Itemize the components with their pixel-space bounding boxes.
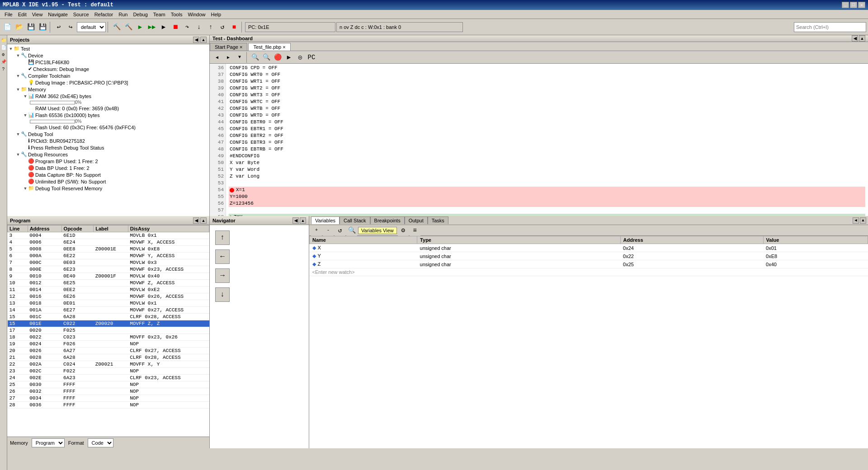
var-filter-button[interactable]: 🔍 <box>346 225 357 236</box>
projects-panel-pin[interactable]: ◀ <box>193 37 199 43</box>
table-row[interactable]: 300046E1DMOVLB 0x1 <box>8 232 209 239</box>
src-zoom-out[interactable]: 🔍 <box>261 52 272 63</box>
tree-item[interactable]: Flash Used: 60 (0x3C) Free: 65476 (0xFFC… <box>8 124 208 131</box>
undo-button[interactable]: ↩ <box>53 22 64 33</box>
reset-button[interactable]: ↺ <box>217 22 228 33</box>
tree-arrow[interactable]: ▼ <box>15 152 21 157</box>
tree-item[interactable]: ▼📁Debug Tool Reserved Memory <box>8 185 208 192</box>
redo-button[interactable]: ↪ <box>65 22 76 33</box>
tree-item[interactable]: 🔴Unlimited BP (S/W): No Support <box>8 178 208 185</box>
table-row[interactable]: 280036FFFFNOP <box>8 402 209 409</box>
tab-call-stack[interactable]: Call Stack <box>340 216 370 224</box>
stop-button[interactable]: ■ <box>229 22 240 33</box>
program-max[interactable]: ▲ <box>200 217 207 224</box>
sidebar-projects-icon[interactable]: 📁 <box>0 37 7 43</box>
step-over-button[interactable]: ↷ <box>182 22 193 33</box>
src-forward-button[interactable]: ▶ <box>223 52 234 63</box>
code-line[interactable]: CONFIG EBTRB = OFF <box>229 146 865 153</box>
tree-item[interactable]: ▼📁Memory <box>8 86 208 93</box>
tree-arrow[interactable]: ▼ <box>23 186 28 191</box>
table-row[interactable]: 2100286A28CLRF 0x28, ACCESS <box>8 354 209 361</box>
table-row[interactable]: 1000126E25MOVWF Z, ACCESS <box>8 280 209 287</box>
code-line[interactable]: Z=123456 <box>229 200 865 207</box>
menu-view[interactable]: View <box>29 11 46 18</box>
tree-arrow[interactable]: ▼ <box>15 74 21 78</box>
menu-help[interactable]: Help <box>208 11 224 18</box>
src-toggle-bp[interactable]: 🔴 <box>272 52 283 63</box>
tab-start-page[interactable]: Start Page × <box>210 43 247 51</box>
projects-panel-max[interactable]: ▲ <box>200 37 207 43</box>
code-line[interactable]: CONFIG EBTR3 = OFF <box>229 139 865 146</box>
src-back-button[interactable]: ◀ <box>212 52 222 63</box>
table-row[interactable]: 7000C0E03MOVLW 0x3 <box>8 259 209 266</box>
tree-item[interactable]: RAM Used: 0 (0x0) Free: 3659 (0x4B) <box>8 105 208 112</box>
table-row[interactable]: 500080EE8Z00001EMOVLW 0xE8 <box>8 246 209 253</box>
table-row[interactable]: 2000266A27CLRF 0x27, ACCESS <box>8 348 209 354</box>
nav-up-button[interactable]: ↑ <box>215 230 230 245</box>
menu-file[interactable]: File <box>2 11 15 18</box>
table-row[interactable]: 1100140EE2MOVLW 0xE2 <box>8 287 209 293</box>
code-line[interactable]: CONFIG CPD = OFF <box>229 65 865 71</box>
table-row[interactable]: 22002AC024Z00021MOVFF X, Y <box>8 361 209 368</box>
src-history-button[interactable]: ▼ <box>234 52 245 63</box>
menu-navigate[interactable]: Navigate <box>45 11 70 18</box>
src-run-to-cursor[interactable]: ▶ <box>283 52 294 63</box>
nav-left-button[interactable]: ← <box>215 249 230 264</box>
var-remove-button[interactable]: - <box>323 225 334 236</box>
build-button[interactable]: 🔨 <box>111 22 122 33</box>
sidebar-files-icon[interactable]: 📄 <box>0 44 7 51</box>
var-extra-button[interactable]: ≡ <box>410 225 420 236</box>
step-out-button[interactable]: ↑ <box>205 22 216 33</box>
menu-debug[interactable]: Debug <box>130 11 150 18</box>
format-dropdown[interactable]: Code <box>88 438 113 447</box>
code-line[interactable]: CONFIG EBTR0 = OFF <box>229 119 865 126</box>
table-row[interactable]: 14001A6E27MOVWF 0x27, ACCESS <box>8 307 209 314</box>
variables-max[interactable]: ▲ <box>860 217 866 224</box>
tab-tasks[interactable]: Tasks <box>428 216 448 224</box>
sidebar-help-icon[interactable]: ? <box>0 66 7 72</box>
code-line[interactable]: CONFIG WRTD = OFF <box>229 112 865 119</box>
code-line[interactable]: Y var Word <box>229 166 865 173</box>
continue-button[interactable]: ▶ <box>158 22 169 33</box>
open-project-button[interactable]: 📂 <box>14 22 24 33</box>
variable-row[interactable]: ◆Zunsigned char0x250x40 <box>310 260 868 268</box>
new-watch-row[interactable]: <Enter new watch> <box>310 268 868 276</box>
tree-item[interactable]: ▼📁Test <box>8 45 208 52</box>
memory-dropdown[interactable]: Program <box>32 438 65 447</box>
debug-button[interactable]: ▶▶ <box>146 22 157 33</box>
variable-row[interactable]: ◆Xunsigned char0x240x01 <box>310 244 868 252</box>
dashboard-pin[interactable]: ◀ <box>852 35 858 42</box>
tab-breakpoints[interactable]: Breakpoints <box>370 216 405 224</box>
menu-refactor[interactable]: Refactor <box>92 11 116 18</box>
navigator-max[interactable]: ▲ <box>300 217 306 224</box>
src-focus[interactable]: ◎ <box>295 52 306 63</box>
tree-item[interactable]: ▼📊RAM 3662 (0xE4E) bytes <box>8 93 208 99</box>
code-line[interactable]: CONFIG WRT3 = OFF <box>229 92 865 99</box>
tree-arrow[interactable]: ▼ <box>23 94 28 99</box>
tree-item[interactable]: ✔Checksum: Debug Image <box>8 66 208 72</box>
code-line[interactable]: #ENDCONFIG <box>229 153 865 160</box>
code-line[interactable]: CONFIG WRT2 = OFF <box>229 85 865 92</box>
src-zoom-in[interactable]: 🔍 <box>250 52 260 63</box>
table-row[interactable]: 170020F025 <box>8 327 209 334</box>
table-row[interactable]: 15001EC022Z00020MOVFF Z, Z <box>8 320 209 327</box>
nav-down-button[interactable]: ↓ <box>215 287 230 302</box>
src-pc[interactable]: PC <box>306 52 317 63</box>
tree-item[interactable]: 0% <box>8 99 208 105</box>
tree-item[interactable]: ▼🔧Compiler Toolchain <box>8 72 208 79</box>
tree-item[interactable]: 🔴Data BP Used: 1 Free: 2 <box>8 164 208 171</box>
table-row[interactable]: 400066E24MOVWF X, ACCESS <box>8 239 209 246</box>
new-project-button[interactable]: 📄 <box>2 22 13 33</box>
code-line[interactable]: CONFIG WRTB = OFF <box>229 105 865 112</box>
tree-item[interactable]: 0% <box>8 118 208 124</box>
step-into-button[interactable]: ↓ <box>193 22 204 33</box>
window-controls[interactable]: _ □ ✕ <box>842 2 865 8</box>
code-line[interactable] <box>229 207 865 214</box>
maximize-button[interactable]: □ <box>850 2 857 8</box>
code-line[interactable]: Z var Long <box>229 173 865 180</box>
code-line[interactable]: CONFIG WRTC = OFF <box>229 99 865 105</box>
dashboard-max[interactable]: ▲ <box>859 35 865 42</box>
variables-view-button[interactable]: Variables View <box>358 227 397 234</box>
code-line[interactable] <box>229 180 865 187</box>
tab-test-file[interactable]: Test_file.pbp × <box>248 43 290 51</box>
